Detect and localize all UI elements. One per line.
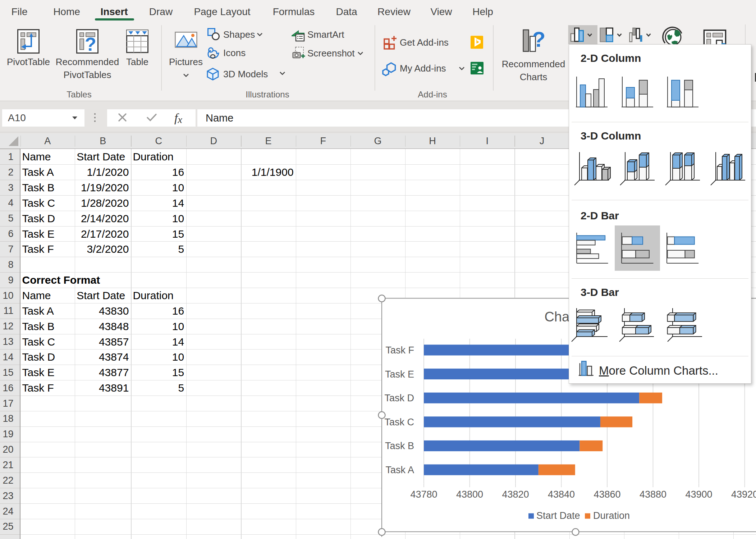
svg-text:fx: fx [174,111,182,125]
svg-text:?: ? [85,34,96,55]
svg-text:43800: 43800 [456,489,483,500]
svg-text:Task F: Task F [385,345,414,356]
svg-text:43920: 43920 [731,489,756,500]
svg-text:43860: 43860 [594,489,620,500]
svg-text:43900: 43900 [685,489,712,500]
svg-text:43780: 43780 [410,489,437,500]
svg-text:Duration: Duration [593,510,630,521]
svg-text:?: ? [532,27,546,51]
svg-text:Task E: Task E [385,369,414,379]
svg-text:43820: 43820 [502,489,529,500]
svg-text:Task B: Task B [385,440,414,451]
svg-text:43880: 43880 [640,489,666,500]
svg-text:Start Date: Start Date [536,510,580,521]
svg-text:Task D: Task D [384,393,414,403]
svg-text:43840: 43840 [548,489,575,500]
svg-text:Task A: Task A [385,465,414,475]
svg-text:Task C: Task C [384,416,414,427]
